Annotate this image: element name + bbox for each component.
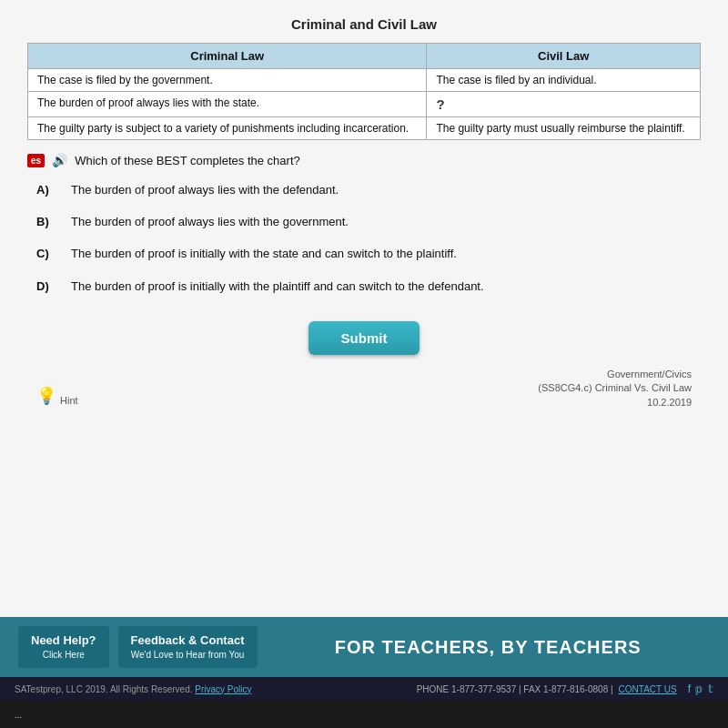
twitter-icon[interactable]: 𝕥 bbox=[708, 682, 713, 695]
option-c-text: The burden of proof is initially with th… bbox=[71, 246, 457, 262]
option-d-text: The burden of proof is initially with th… bbox=[71, 278, 484, 295]
option-d-label: D) bbox=[36, 279, 55, 293]
help-button[interactable]: Need Help? Click Here bbox=[18, 626, 109, 668]
footer-info: Government/Civics (SS8CG4.c) Criminal Vs… bbox=[538, 364, 701, 410]
civil-row1: The case is filed by an individual. bbox=[427, 69, 701, 92]
feedback-button[interactable]: Feedback & Contact We'd Love to Hear fro… bbox=[118, 626, 258, 668]
comparison-table: Criminal Law Civil Law The case is filed… bbox=[27, 43, 701, 140]
footer-date: 10.2.2019 bbox=[538, 396, 692, 410]
option-b[interactable]: B) The burden of proof always lies with … bbox=[27, 207, 701, 238]
very-bottom: SATestprep, LLC 2019. All Rights Reserve… bbox=[0, 677, 728, 701]
taskbar-item: ... bbox=[7, 708, 29, 722]
page-title: Criminal and Civil Law bbox=[27, 16, 701, 32]
hint-label[interactable]: Hint bbox=[60, 395, 78, 406]
es-badge: es bbox=[27, 154, 45, 167]
civil-row2-question: ? bbox=[427, 92, 701, 117]
submit-button[interactable]: Submit bbox=[308, 321, 420, 355]
question-row: es 🔊 Which of these BEST completes the c… bbox=[27, 153, 701, 167]
table-row: The guilty party is subject to a variety… bbox=[28, 117, 701, 140]
speaker-icon[interactable]: 🔊 bbox=[52, 153, 67, 167]
option-c-label: C) bbox=[36, 247, 55, 260]
criminal-row2: The burden of proof always lies with the… bbox=[28, 92, 427, 117]
civil-law-header: Civil Law bbox=[427, 44, 701, 69]
answer-options: A) The burden of proof always lies with … bbox=[27, 175, 701, 303]
bottom-bar: Need Help? Click Here Feedback & Contact… bbox=[0, 617, 728, 677]
option-a[interactable]: A) The burden of proof always lies with … bbox=[27, 175, 701, 207]
civil-row3: The guilty party must usually reimburse … bbox=[427, 117, 701, 140]
hint-area: 💡 Hint bbox=[27, 382, 87, 410]
contact-us-link[interactable]: CONTACT US bbox=[619, 684, 677, 694]
option-d[interactable]: D) The burden of proof is initially with… bbox=[27, 271, 701, 303]
option-b-text: The burden of proof always lies with the… bbox=[71, 214, 349, 230]
for-teachers-text: FOR TEACHERS, BY TEACHERS bbox=[267, 637, 711, 658]
contact-row: PHONE 1-877-377-9537 | FAX 1-877-816-080… bbox=[417, 682, 713, 695]
hint-icon: 💡 bbox=[36, 386, 56, 406]
criminal-row3: The guilty party is subject to a variety… bbox=[28, 117, 427, 140]
facebook-icon[interactable]: f bbox=[688, 682, 691, 695]
taskbar: ... bbox=[0, 701, 728, 728]
phone-text: PHONE 1-877-377-9537 | FAX 1-877-816-080… bbox=[417, 684, 613, 694]
copyright-text: SATestprep, LLC 2019. All Rights Reserve… bbox=[15, 684, 252, 694]
submit-area: Submit bbox=[27, 321, 701, 355]
table-row: The case is filed by the government. The… bbox=[28, 69, 701, 92]
pinterest-icon[interactable]: 𝕡 bbox=[695, 682, 703, 695]
table-row: The burden of proof always lies with the… bbox=[28, 92, 701, 117]
question-text: Which of these BEST completes the chart? bbox=[75, 154, 300, 167]
option-c[interactable]: C) The burden of proof is initially with… bbox=[27, 238, 701, 270]
footer-subject: Government/Civics bbox=[538, 368, 692, 381]
criminal-row1: The case is filed by the government. bbox=[28, 69, 427, 92]
privacy-policy-link[interactable]: Privacy Policy bbox=[195, 684, 251, 694]
option-b-label: B) bbox=[36, 215, 55, 228]
criminal-law-header: Criminal Law bbox=[28, 44, 427, 69]
footer-standard: (SS8CG4.c) Criminal Vs. Civil Law bbox=[538, 381, 692, 395]
option-a-text: The burden of proof always lies with the… bbox=[71, 182, 339, 198]
option-a-label: A) bbox=[36, 183, 55, 197]
social-icons: f 𝕡 𝕥 bbox=[688, 682, 713, 695]
